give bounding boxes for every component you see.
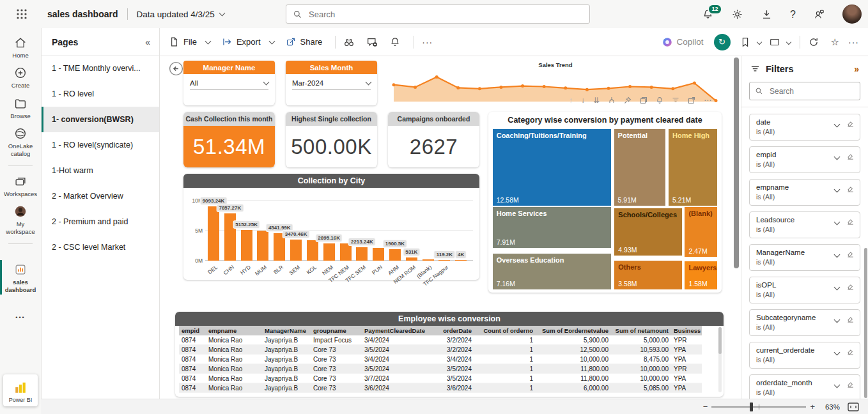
download-icon[interactable] (761, 8, 773, 20)
column-header[interactable]: PaymentClearedDate (362, 326, 430, 335)
explore-binoculars-icon[interactable] (343, 36, 355, 48)
copy-visual-icon[interactable] (640, 96, 647, 104)
bookmark-icon[interactable] (740, 36, 751, 48)
chevron-down-icon[interactable] (834, 219, 841, 226)
rail-more-button[interactable]: ••• (15, 314, 25, 321)
app-launcher-icon[interactable] (15, 8, 28, 20)
column-header[interactable]: orderDate (430, 326, 474, 335)
view-mode-icon[interactable] (769, 36, 780, 48)
table-row[interactable]: 0874Monica RaoJayapriya.BCore 733/6/2024… (179, 383, 702, 393)
table-row[interactable]: 0874Monica RaoJayapriya.BCore 733/4/2024… (179, 355, 702, 364)
treemap-tile-lawyers[interactable]: Lawyers1.58M (685, 261, 717, 289)
filter-card-empid[interactable]: empidis (All) (749, 146, 860, 173)
more-options-button[interactable]: ··· (422, 37, 433, 47)
share-button[interactable]: Share (286, 36, 323, 47)
filter-card-orderdate_month[interactable]: orderdate_monthis (All) (749, 374, 860, 401)
copilot-button[interactable]: Copilot (662, 36, 704, 48)
bar-NEM[interactable] (323, 243, 335, 261)
sidebar-item-my-workspace[interactable]: My workspace (0, 204, 41, 235)
favorite-star-icon[interactable]: ☆ (831, 37, 839, 47)
bar-TFC Nagpur[interactable] (438, 260, 450, 261)
table-row[interactable]: 0874Monica RaoJayapriya.BImpact Focus3/4… (179, 335, 702, 345)
treemap-tile-others[interactable]: Others3.58M (614, 261, 682, 289)
chevron-down-icon[interactable] (834, 121, 841, 128)
chevron-down-icon[interactable] (834, 284, 841, 291)
bar-AHM[interactable] (389, 249, 401, 261)
kpi-cash-collection[interactable]: Cash Collection this month 51.34M (183, 112, 275, 167)
filters-applied-icon[interactable] (672, 96, 679, 104)
treemap-tile-home-services[interactable]: Home Services7.91M (493, 207, 612, 248)
treemap-tile-potential[interactable]: Potential5.91M (614, 129, 665, 206)
table-scrollbar-thumb[interactable] (718, 327, 722, 354)
fit-to-page-icon[interactable] (848, 402, 859, 411)
sidebar-item-workspaces[interactable]: Workspaces (0, 174, 41, 197)
eraser-icon[interactable] (846, 217, 855, 226)
zoom-slider[interactable] (711, 406, 806, 408)
treemap-tile-coaching-tuitions-training[interactable]: Coaching/Tuitions/Training12.58M (493, 129, 611, 206)
treemap-tile-home-high[interactable]: Home High5.21M (669, 129, 717, 206)
sidebar-item-browse[interactable]: Browse (0, 96, 41, 119)
chevron-down-icon[interactable] (834, 187, 841, 193)
visual-more-options-icon[interactable]: ⋯ (704, 96, 711, 104)
pin-icon[interactable] (624, 96, 632, 104)
bar-PUN[interactable] (373, 248, 384, 261)
page-item[interactable]: 1 - RO level(syndicate) (42, 132, 159, 158)
notifications-button[interactable]: 12 (702, 8, 714, 20)
drill-down-icon[interactable]: ↓ (581, 96, 585, 104)
filters-search[interactable] (749, 82, 860, 100)
page-item[interactable]: 1 - RO level (42, 81, 159, 107)
table-row[interactable]: 0874Monica RaoJayapriya.BCore 733/5/2024… (179, 364, 702, 374)
table-row[interactable]: 0874Monica RaoJayapriya.BCore 733/5/2024… (179, 345, 702, 355)
chevron-down-icon[interactable] (834, 252, 841, 258)
column-header[interactable]: Count of orderno (474, 326, 536, 335)
eraser-icon[interactable] (846, 152, 855, 160)
bar-unlabeled[interactable] (455, 260, 467, 261)
data-updated-dropdown[interactable]: Data updated 4/3/25 (137, 10, 224, 19)
filter-card-subcategoryname[interactable]: Subcategorynameis (All) (749, 309, 860, 336)
sidebar-item-create[interactable]: Create (0, 66, 41, 89)
bar-(Blank)[interactable] (422, 259, 434, 261)
page-item[interactable]: 1- conversion(BWSR) (42, 107, 159, 132)
eraser-icon[interactable] (846, 348, 855, 356)
chevron-down-icon[interactable] (834, 317, 841, 323)
eraser-icon[interactable] (846, 380, 855, 388)
filter-card-leadsource[interactable]: Leadsourceis (All) (749, 211, 860, 238)
collapse-filters-icon[interactable]: » (854, 64, 859, 74)
export-menu[interactable]: Export (222, 36, 274, 47)
sidebar-item-onelake-catalog[interactable]: OneLake catalog (0, 126, 41, 157)
filters-search-input[interactable] (768, 86, 854, 96)
bar-NEM ROM[interactable] (406, 257, 417, 261)
account-avatar[interactable] (842, 4, 862, 24)
bar-SEM[interactable] (290, 240, 302, 261)
chevron-down-icon[interactable] (834, 154, 841, 160)
bar-DEL[interactable] (208, 206, 219, 261)
page-item[interactable]: 2 - Market Overview (42, 183, 159, 209)
column-header[interactable]: empname (206, 326, 262, 335)
treemap-tile-overseas-education[interactable]: Overseas Education7.16M (493, 254, 612, 289)
eraser-icon[interactable] (846, 250, 855, 258)
column-header[interactable]: ManagerName (262, 326, 311, 335)
sidebar-item-sales-dashboard[interactable]: sales dashboard (0, 263, 41, 293)
drill-up-icon[interactable]: ↑ (569, 96, 573, 104)
page-item[interactable]: 2 - CSC level Market (42, 234, 159, 260)
sidebar-item-home[interactable]: Home (0, 36, 41, 59)
column-header[interactable]: Sum of netamount (611, 326, 671, 335)
expand-hierarchy-icon[interactable] (608, 96, 616, 104)
kpi-campaigns-onboarded[interactable]: Campaigns onboarded 2627 (388, 112, 479, 167)
eraser-icon[interactable] (846, 119, 855, 128)
filter-card-managername[interactable]: ManagerNameis (All) (749, 244, 860, 271)
zoom-out-button[interactable]: − (699, 402, 712, 411)
add-comment-icon[interactable] (366, 36, 378, 48)
eraser-icon[interactable] (846, 315, 855, 323)
chevron-down-icon[interactable] (786, 39, 791, 44)
bar-HYD[interactable] (241, 230, 252, 261)
chevron-down-icon[interactable] (834, 382, 841, 388)
treemap-tile--blank-[interactable]: (Blank)2.47M (685, 207, 717, 257)
refresh-status-button[interactable]: ↻ (714, 34, 731, 50)
filter-card-empname[interactable]: empnameis (All) (749, 179, 860, 206)
bar-TFC SEM[interactable] (356, 247, 368, 261)
page-item[interactable]: 1-Hot warm (42, 158, 159, 183)
bar-MUM[interactable] (257, 231, 268, 261)
filter-card-isopl[interactable]: isOPLis (All) (749, 277, 860, 303)
chevron-down-icon[interactable] (834, 349, 841, 356)
